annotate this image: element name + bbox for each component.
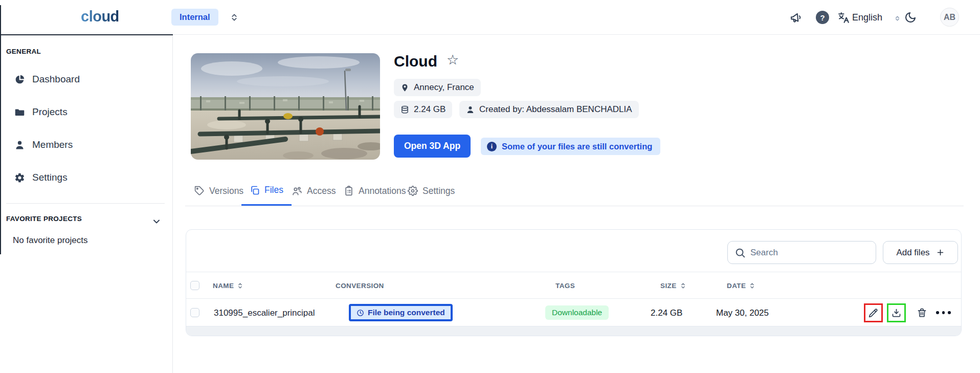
- tab-label: Annotations: [359, 186, 406, 196]
- file-size: 2.24 GB: [651, 299, 682, 327]
- avatar-initials: AB: [944, 13, 955, 22]
- column-label: CONVERSION: [336, 282, 384, 290]
- person-icon: [14, 140, 25, 150]
- tab-label: Versions: [209, 186, 243, 196]
- column-header-size[interactable]: SIZE: [660, 272, 686, 299]
- sidebar-item-projects[interactable]: Projects: [6, 103, 68, 121]
- conversion-status-annotation-box: File being converted: [349, 304, 453, 321]
- pencil-icon: [868, 308, 879, 318]
- tab-access[interactable]: Access: [283, 176, 344, 206]
- language-selector[interactable]: English: [852, 12, 882, 23]
- sidebar-annotation-top-line: [0, 34, 173, 35]
- workspace-selector-icon[interactable]: [230, 12, 239, 23]
- column-label: NAME: [213, 282, 234, 290]
- file-name: 310995_escalier_principal: [214, 299, 315, 327]
- creator-label: Created by: Abdessalam BENCHADLIA: [479, 104, 632, 115]
- help-label: ?: [820, 13, 825, 22]
- app-window: cloud Internal ? English: [0, 0, 980, 373]
- download-icon: [891, 308, 902, 318]
- select-all-checkbox[interactable]: [190, 281, 199, 290]
- favorites-collapse-chevron-icon[interactable]: [151, 216, 162, 227]
- converting-notice-text: Some of your files are still converting: [502, 142, 652, 151]
- app-logo: cloud: [81, 8, 119, 25]
- edit-button[interactable]: [864, 303, 883, 322]
- person-icon: [466, 105, 475, 114]
- add-files-button[interactable]: Add files: [883, 241, 958, 264]
- sort-icon: [680, 282, 686, 290]
- database-icon: [400, 105, 409, 114]
- table-row[interactable]: 310995_escalier_principal File being con…: [186, 299, 961, 327]
- people-icon: [292, 186, 302, 196]
- conversion-status-label: File being converted: [368, 308, 445, 317]
- plus-icon: [936, 248, 945, 257]
- sidebar-section-general: GENERAL: [6, 48, 41, 55]
- sidebar-item-label: Projects: [32, 106, 68, 118]
- files-panel: Add files NAME CONVERSION TAGS SIZE D: [186, 229, 962, 336]
- tab-label: Files: [264, 185, 283, 195]
- sidebar-divider: [6, 203, 165, 204]
- workspace-badge[interactable]: Internal: [171, 9, 218, 26]
- clipboard-icon: [344, 186, 354, 196]
- gear-icon: [408, 186, 418, 196]
- table-scrollbar-track[interactable]: [186, 326, 961, 336]
- sidebar-item-dashboard[interactable]: Dashboard: [6, 71, 80, 88]
- trash-icon: [917, 308, 927, 318]
- creator-badge: Created by: Abdessalam BENCHADLIA: [459, 101, 639, 118]
- language-caret-icon[interactable]: [894, 15, 901, 22]
- info-icon: i: [487, 142, 497, 151]
- help-button[interactable]: ?: [816, 11, 829, 24]
- favorite-star-icon[interactable]: ☆: [447, 53, 459, 67]
- sidebar-item-settings[interactable]: Settings: [6, 169, 68, 186]
- search-field: [727, 241, 876, 264]
- column-label: DATE: [727, 282, 746, 290]
- sidebar-annotation-left-line: [0, 5, 1, 254]
- download-button[interactable]: [887, 303, 906, 322]
- project-size-badge: 2.24 GB: [394, 101, 452, 118]
- pie-chart-icon: [14, 74, 25, 85]
- column-header-date[interactable]: DATE: [727, 272, 755, 299]
- project-tabbar: Versions Files Access Annotations Settin…: [185, 176, 964, 206]
- sidebar: GENERAL Dashboard Projects Members Setti…: [0, 35, 173, 373]
- sidebar-item-label: Settings: [32, 172, 68, 183]
- location-label: Annecy, France: [414, 82, 474, 93]
- search-input[interactable]: [750, 242, 873, 264]
- project-title: Cloud: [394, 53, 437, 70]
- pipeline-site-image: [191, 53, 380, 160]
- user-avatar[interactable]: AB: [940, 8, 959, 27]
- search-icon: [734, 247, 746, 258]
- gear-icon: [14, 172, 25, 183]
- translate-icon[interactable]: [837, 11, 850, 24]
- dark-mode-moon-icon[interactable]: [904, 11, 917, 24]
- announcements-megaphone-icon[interactable]: [790, 11, 803, 24]
- tag-badge: Downloadable: [545, 305, 609, 320]
- location-badge: Annecy, France: [394, 79, 481, 96]
- project-size-label: 2.24 GB: [414, 104, 446, 115]
- file-date: May 30, 2025: [716, 299, 769, 327]
- column-header-conversion: CONVERSION: [336, 272, 384, 299]
- sort-icon: [749, 282, 755, 290]
- table-header-row: NAME CONVERSION TAGS SIZE DATE: [186, 272, 961, 299]
- more-actions-button[interactable]: [936, 311, 951, 314]
- tag-icon: [194, 186, 205, 196]
- top-header: cloud Internal ? English: [0, 0, 980, 35]
- conversion-status-badge: File being converted: [351, 306, 451, 319]
- sidebar-item-label: Members: [32, 139, 73, 150]
- project-thumbnail[interactable]: [191, 53, 380, 160]
- sidebar-item-label: Dashboard: [32, 74, 80, 85]
- location-pin-icon: [400, 83, 409, 92]
- column-label: TAGS: [555, 282, 575, 290]
- sort-icon: [237, 282, 243, 290]
- tab-settings[interactable]: Settings: [399, 176, 463, 206]
- open-3d-app-button[interactable]: Open 3D App: [394, 135, 471, 158]
- add-files-label: Add files: [896, 248, 929, 258]
- favorites-empty-text: No favorite projects: [13, 235, 87, 246]
- delete-button[interactable]: [912, 303, 931, 322]
- sidebar-item-members[interactable]: Members: [6, 136, 73, 153]
- column-header-tags: TAGS: [555, 272, 575, 299]
- sidebar-section-favorites: FAVORITE PROJECTS: [6, 215, 82, 223]
- files-icon: [250, 185, 260, 195]
- column-header-name[interactable]: NAME: [213, 272, 243, 299]
- tab-label: Settings: [422, 186, 455, 196]
- folder-icon: [14, 107, 25, 118]
- row-checkbox[interactable]: [190, 308, 199, 317]
